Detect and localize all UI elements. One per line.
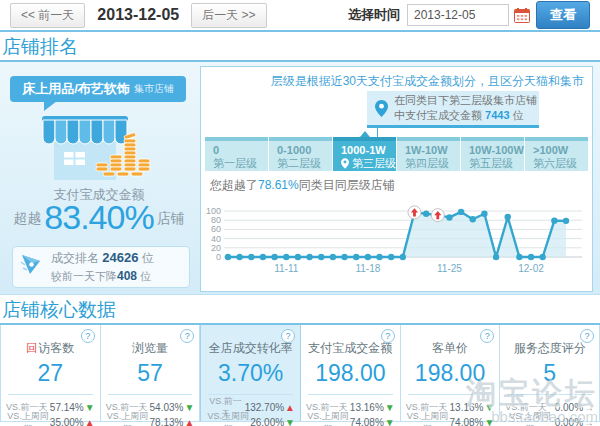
tier-name: 第四层级 [405, 157, 460, 170]
vs-week-row: VS.上周同期74.08%▼ [401, 415, 500, 426]
current-date: 2013-12-05 [97, 6, 179, 24]
vs-week-row: VS.上周同期35.00%▲ [1, 415, 100, 426]
location-pin-icon [341, 158, 349, 169]
calendar-icon[interactable] [514, 8, 530, 23]
svg-text:0: 0 [216, 252, 221, 262]
svg-text:100: 100 [206, 206, 221, 216]
section-title-core-data: 店铺核心数据 [0, 295, 600, 323]
rank-value: 24626 [102, 250, 138, 265]
arrow-down-icon: ▼ [484, 418, 494, 426]
metric-badge-icon: 回 [26, 342, 37, 354]
arrow-down-icon: ▼ [285, 418, 295, 426]
exceed-prefix: 超越 [13, 210, 41, 234]
seller-dashboard: << 前一天 2013-12-05 后一天 >> 选择时间 查看 店铺排名 床上… [0, 0, 600, 426]
rank-change-value: 408 [117, 269, 137, 283]
chart-note: 您超越了78.61%同类目同层级店铺 [210, 177, 395, 194]
rank-change-line: 较前一天下降408 位 [51, 268, 154, 285]
metric-card[interactable]: ?全店成交转化率3.70%VS.前一天132.70%▲VS.上周同期26.00%… [200, 325, 301, 421]
tier-segment-active: 1000-1W第三层级 [333, 137, 396, 171]
metric-card-value: 198.00 [301, 362, 400, 385]
location-pin-icon [375, 100, 388, 117]
shop-icon [40, 112, 158, 188]
help-icon[interactable]: ? [281, 329, 295, 343]
metric-card[interactable]: ?支付宝成交金额198.00VS.前一天13.16%▼VS.上周同期74.08%… [301, 325, 401, 421]
tier-note: 层级是根据近30天支付宝成交金额划分，且区分天猫和集市 [271, 73, 584, 90]
svg-text:11-18: 11-18 [355, 263, 380, 274]
arrow-flat-icon: → [584, 403, 594, 413]
category-name: 床上用品/布艺软饰 [22, 80, 130, 98]
card-separator [408, 394, 493, 395]
tier-segment: 1W-10W第四层级 [397, 137, 460, 171]
arrow-down-icon: ▼ [385, 403, 395, 413]
tier-segment: >100W第六层级 [525, 137, 588, 171]
exceed-line: 超越 83.40% 店铺 [0, 200, 198, 234]
metric-card[interactable]: ?回访客数27VS.前一天57.14%▼VS.上周同期35.00%▲ [0, 325, 101, 421]
rank-box: 成交排名 24626 位 较前一天下降408 位 [12, 246, 190, 288]
tier-range: 10W-100W [469, 143, 524, 157]
tier-range: 0-1000 [277, 143, 332, 157]
topbar: << 前一天 2013-12-05 后一天 >> 选择时间 查看 [0, 0, 600, 30]
metric-card[interactable]: ?客单价198.00VS.前一天13.16%▼VS.上周同期74.08%▼ [401, 325, 501, 421]
tier-bar: 0第一层级0-1000第二层级1000-1W第三层级1W-10W第四层级10W-… [205, 137, 588, 171]
metric-card-value: 27 [1, 362, 100, 385]
exceed-suffix: 店铺 [157, 210, 185, 234]
shop-type-label: 集市店铺 [134, 82, 174, 96]
tier-name: 第二层级 [277, 157, 332, 170]
category-bubble: 床上用品/布艺软饰 集市店铺 [10, 76, 186, 102]
tier-range: 1000-1W [341, 143, 396, 157]
section-title-shop-ranking: 店铺排名 [0, 32, 600, 60]
view-button[interactable]: 查看 [536, 1, 590, 29]
vs-week-row: VS.上周同期74.08%▼ [301, 415, 400, 426]
arrow-up-icon: ▲ [184, 418, 194, 426]
metric-card-value: 198.00 [401, 362, 500, 385]
metric-card[interactable]: ?服务态度评分5VS.前一天0.00%→VS.上周同期0.00%→ [500, 325, 600, 421]
svg-text:60: 60 [211, 224, 221, 234]
metric-card[interactable]: ?浏览量57VS.前一天54.03%▼VS.上周同期78.13%▲ [101, 325, 201, 421]
help-icon[interactable]: ? [81, 329, 95, 343]
date-input[interactable] [407, 4, 509, 26]
arrow-up-icon: ▲ [285, 403, 295, 413]
shop-ranking-section: 床上用品/布艺软饰 集市店铺 [0, 62, 600, 295]
arrow-down-icon: ▼ [85, 403, 95, 413]
tier-name: 第六层级 [533, 157, 588, 170]
card-separator [108, 394, 193, 395]
arrow-up-icon: ▲ [85, 418, 95, 426]
tier-range: 1W-10W [405, 143, 460, 157]
arrow-down-icon: ▼ [184, 403, 194, 413]
arrow-flat-icon: → [584, 418, 594, 426]
svg-text:40: 40 [211, 234, 221, 244]
next-day-button[interactable]: 后一天 >> [191, 3, 266, 28]
rank-tooltip: 在同类目下第三层级集市店铺 中支付宝成交金额 7443 位 [367, 91, 539, 128]
metric-card-value: 5 [500, 362, 599, 385]
tier-rank-value: 7443 [485, 109, 509, 121]
rank-drop-icon [19, 252, 45, 282]
tier-segment: 0-1000第二层级 [269, 137, 332, 171]
metric-card-value: 57 [101, 362, 200, 385]
metric-card-value: 3.70% [201, 362, 300, 385]
svg-text:11-11: 11-11 [274, 263, 299, 274]
shop-summary-panel: 床上用品/布艺软饰 集市店铺 [0, 62, 198, 294]
arrow-down-icon: ▼ [484, 403, 494, 413]
tier-segment: 0第一层级 [205, 137, 268, 171]
tier-notch [360, 131, 370, 137]
tier-name: 第三层级 [341, 157, 396, 170]
svg-text:20: 20 [211, 243, 221, 253]
card-separator [507, 394, 592, 395]
help-icon[interactable]: ? [381, 329, 395, 343]
svg-text:12-02: 12-02 [518, 263, 544, 274]
tier-name: 第一层级 [213, 157, 268, 170]
card-separator [8, 394, 93, 395]
help-icon[interactable]: ? [580, 329, 594, 343]
bubble-tail [44, 101, 57, 111]
tier-range: 0 [213, 143, 268, 157]
vs-week-row: VS.上周同期0.00%→ [500, 415, 599, 426]
tooltip-text: 在同类目下第三层级集市店铺 中支付宝成交金额 7443 位 [394, 93, 537, 124]
rank-line: 成交排名 24626 位 [51, 249, 154, 268]
core-data-cards: ?回访客数27VS.前一天57.14%▼VS.上周同期35.00%▲?浏览量57… [0, 325, 600, 422]
prev-day-button[interactable]: << 前一天 [10, 3, 85, 28]
date-picker-label: 选择时间 [348, 6, 400, 24]
exceed-percent: 83.40% [44, 200, 153, 234]
chart-note-percent: 78.61% [258, 178, 299, 192]
tier-panel: 层级是根据近30天支付宝成交金额划分，且区分天猫和集市 在同类目下第三层级集市店… [200, 66, 593, 292]
card-separator [308, 394, 393, 395]
